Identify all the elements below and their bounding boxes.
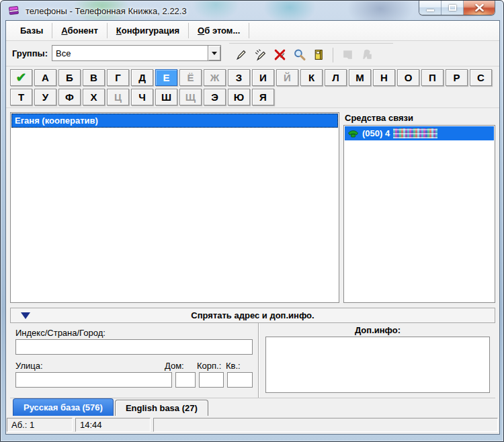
index-country-city-label: Индекс/Страна/Город: [15, 328, 253, 338]
letter-filter-button[interactable]: Ю [228, 89, 250, 105]
disabled-tool-button-2 [358, 46, 376, 64]
chevron-down-icon [212, 52, 217, 58]
red-x-delete-icon [274, 48, 286, 61]
edit-record-button[interactable] [251, 46, 269, 64]
apartment-input[interactable] [227, 372, 253, 388]
alphabet-filter: ✔ АБВГДЕЁЖЗИЙКЛМНОПРС ТУФХЦЧШЩЭЮЯ [6, 67, 499, 108]
letter-filter-button[interactable]: Е [155, 69, 177, 86]
letter-filter-button[interactable]: Э [204, 89, 226, 105]
letter-filter-button[interactable]: Ч [131, 89, 153, 105]
search-icon [293, 48, 306, 61]
house-input[interactable] [175, 372, 196, 388]
tab-russian-base[interactable]: Русская база (576) [13, 398, 114, 416]
street-house-labels: Улица: Дом: Корп.: Кв.: [15, 361, 253, 371]
phone-icon [347, 129, 359, 138]
pen-edit-icon [254, 48, 267, 61]
tab-english-base[interactable]: English basa (27) [115, 400, 208, 416]
groups-combobox-value: Все [52, 48, 208, 58]
phonebook-cardfile-button[interactable] [310, 46, 327, 64]
gray-silhouette-icon [341, 48, 354, 61]
alphabet-row-1: ✔ АБВГДЕЁЖЗИЙКЛМНОПРС [10, 69, 499, 86]
app-window: телефоны - Телефонная Книжка, 2.22.3 Баз… [0, 0, 504, 442]
letter-filter-button[interactable]: К [300, 69, 323, 86]
groups-label: Группы: [12, 48, 48, 58]
letter-filter-button[interactable]: В [83, 69, 105, 86]
letter-filter-button[interactable]: Л [325, 69, 347, 86]
letter-filter-button[interactable]: Ё [179, 69, 202, 86]
street-input[interactable] [15, 372, 172, 388]
letter-filter-button[interactable]: У [34, 89, 56, 105]
letter-filter-button[interactable]: Д [131, 69, 153, 86]
add-record-button[interactable] [232, 46, 249, 64]
window-title: телефоны - Телефонная Книжка, 2.22.3 [26, 6, 187, 16]
letter-filter-button[interactable]: О [397, 69, 419, 86]
letter-filter-button[interactable]: Ц [107, 89, 129, 105]
pen-icon [235, 48, 247, 61]
status-message [153, 418, 498, 432]
letter-filter-button[interactable]: Ф [58, 89, 81, 105]
letter-filter-button[interactable]: Р [446, 69, 468, 86]
letter-filter-button[interactable]: Т [10, 89, 32, 105]
building-input[interactable] [199, 372, 224, 388]
alphabet-row-2: ТУФХЦЧШЩЭЮЯ [10, 89, 499, 105]
letter-filter-button[interactable]: П [421, 69, 444, 86]
building-label: Корп.: [197, 361, 226, 371]
main-area: Еганя (кооператив) Средства связи (050) … [6, 108, 499, 305]
menu-item[interactable]: Об этом... [189, 23, 249, 38]
letter-filter-button[interactable]: Б [58, 69, 81, 86]
toolbar-icons [229, 43, 393, 64]
letter-filter-button[interactable]: Н [373, 69, 395, 86]
extra-info-panel: Доп.инфо: [259, 323, 495, 398]
status-clock: 14:44 [75, 418, 151, 432]
minimize-icon [427, 9, 434, 11]
hide-details-label: Спрятать адрес и доп.инфо. [11, 310, 495, 320]
letter-filter-button[interactable]: З [228, 69, 250, 86]
extra-info-textarea[interactable] [265, 337, 490, 393]
triangle-down-icon [21, 312, 30, 319]
menu-item[interactable]: Абонент [52, 23, 108, 38]
letter-filter-button[interactable]: А [34, 69, 56, 86]
maximize-button[interactable] [442, 1, 464, 15]
censored-phone-digits [393, 128, 437, 138]
combobox-dropdown-button[interactable] [208, 46, 220, 60]
letter-filter-button[interactable]: Х [83, 89, 105, 105]
letter-filter-button[interactable]: И [252, 69, 274, 86]
details-section: Индекс/Страна/Город: Улица: Дом: Корп.: … [10, 323, 495, 398]
show-all-check-button[interactable]: ✔ [10, 69, 32, 86]
abonent-list-item[interactable]: Еганя (кооператив) [11, 114, 338, 128]
groups-combobox[interactable]: Все [52, 45, 221, 61]
letter-filter-button[interactable]: Г [107, 69, 129, 86]
street-house-inputs [15, 372, 253, 388]
contacts-panel: Средства связи (050) 4 [343, 112, 495, 303]
letter-filter-button[interactable]: Ж [204, 69, 226, 86]
letter-filter-button[interactable]: М [349, 69, 371, 86]
toolbar-separator [333, 48, 333, 62]
hide-details-bar[interactable]: Спрятать адрес и доп.инфо. [10, 308, 495, 323]
extra-info-label: Доп.инфо: [265, 325, 490, 335]
letter-filter-button[interactable]: Й [276, 69, 298, 86]
contact-list-item[interactable]: (050) 4 [345, 126, 494, 140]
close-button[interactable] [464, 1, 495, 15]
contacts-title: Средства связи [343, 112, 495, 125]
letter-filter-button[interactable]: Щ [179, 89, 202, 105]
titlebar: телефоны - Телефонная Книжка, 2.22.3 [1, 1, 503, 21]
abonent-list[interactable]: Еганя (кооператив) [10, 112, 339, 303]
contacts-list[interactable]: (050) 4 [343, 125, 495, 303]
index-country-city-input[interactable] [15, 339, 253, 355]
status-bar: Аб.: 1 14:44 [6, 416, 499, 434]
letter-filter-button[interactable]: Я [252, 89, 274, 105]
menu-item[interactable]: Базы [11, 23, 52, 38]
maximize-icon [449, 5, 456, 11]
cardfile-icon [312, 48, 325, 61]
house-label: Дом: [165, 361, 197, 371]
search-button[interactable] [290, 46, 308, 64]
gray-figure-icon [361, 48, 374, 61]
delete-record-button[interactable] [271, 46, 288, 64]
window-controls [419, 1, 495, 15]
minimize-button[interactable] [419, 1, 442, 15]
letter-filter-button[interactable]: С [470, 69, 492, 86]
menu-item[interactable]: Конфигурация [108, 23, 189, 38]
client-area: БазыАбонентКонфигурацияОб этом... Группы… [6, 21, 499, 434]
disabled-tool-button-1 [339, 46, 356, 64]
letter-filter-button[interactable]: Ш [155, 89, 177, 105]
